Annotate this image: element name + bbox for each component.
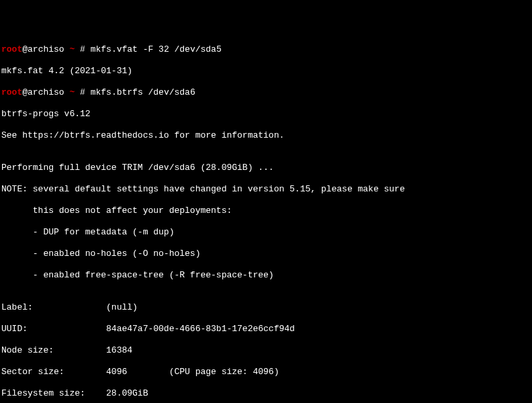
output-line: Performing full device TRIM /dev/sda6 (2…: [1, 163, 531, 173]
output-line: See https://btrfs.readthedocs.io for mor…: [1, 130, 531, 141]
output-line: UUID: 84ae47a7-00de-4666-83b1-17e2e6ccf9…: [1, 324, 531, 334]
prompt-line-1: root@archiso ~ # mkfs.vfat -F 32 /dev/sd…: [1, 44, 531, 55]
output-line: Node size: 16384: [1, 345, 531, 356]
output-line: Filesystem size: 28.09GiB: [1, 388, 531, 399]
prompt-symbol: #: [75, 44, 90, 54]
output-line: Label: (null): [1, 302, 531, 313]
output-line: - DUP for metadata (-m dup): [1, 227, 531, 238]
prompt-host: archiso: [28, 44, 69, 54]
prompt-at: @: [22, 87, 28, 97]
output-line: - enabled no-holes (-O no-holes): [1, 249, 531, 259]
prompt-host: archiso: [28, 87, 69, 97]
prompt-line-2: root@archiso ~ # mkfs.btrfs /dev/sda6: [1, 87, 531, 98]
output-line: this does not affect your deployments:: [1, 206, 531, 216]
command-text: mkfs.vfat -F 32 /dev/sda5: [91, 44, 222, 54]
prompt-symbol: #: [75, 87, 90, 97]
command-text: mkfs.btrfs /dev/sda6: [91, 87, 195, 97]
output-line: Sector size: 4096 (CPU page size: 4096): [1, 367, 531, 377]
output-line: NOTE: several default settings have chan…: [1, 184, 531, 195]
prompt-at: @: [22, 44, 28, 54]
prompt-user: root: [1, 87, 22, 97]
output-line: mkfs.fat 4.2 (2021-01-31): [1, 66, 531, 77]
prompt-user: root: [1, 44, 22, 54]
output-line: btrfs-progs v6.12: [1, 109, 531, 120]
output-line: - enabled free-space-tree (-R free-space…: [1, 270, 531, 281]
